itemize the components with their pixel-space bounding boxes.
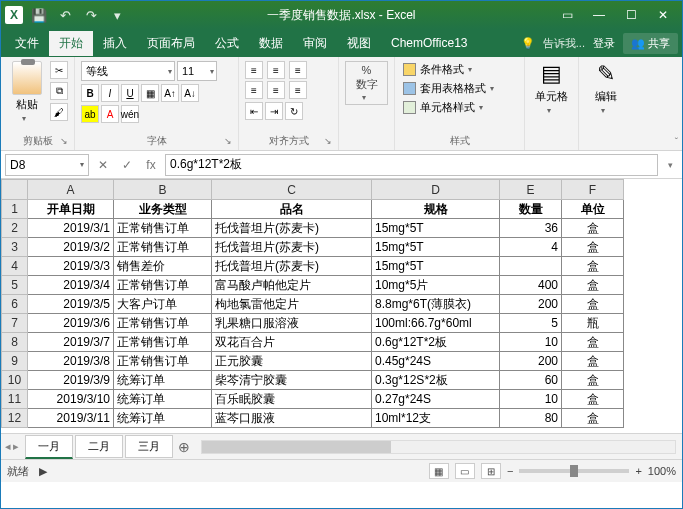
cell[interactable]: 4 bbox=[500, 238, 562, 257]
font-size-combo[interactable]: 11▾ bbox=[177, 61, 217, 81]
cell[interactable]: 2019/3/11 bbox=[28, 409, 114, 428]
tab-formulas[interactable]: 公式 bbox=[205, 31, 249, 56]
row-header-7[interactable]: 7 bbox=[2, 314, 28, 333]
cell[interactable]: 统筹订单 bbox=[114, 390, 212, 409]
bold-button[interactable]: B bbox=[81, 84, 99, 102]
cell[interactable]: 60 bbox=[500, 371, 562, 390]
tab-file[interactable]: 文件 bbox=[5, 31, 49, 56]
row-header-1[interactable]: 1 bbox=[2, 200, 28, 219]
cell[interactable]: 销售差价 bbox=[114, 257, 212, 276]
header-cell[interactable]: 品名 bbox=[212, 200, 372, 219]
cell[interactable]: 乳果糖口服溶液 bbox=[212, 314, 372, 333]
row-header-8[interactable]: 8 bbox=[2, 333, 28, 352]
login-link[interactable]: 登录 bbox=[593, 36, 615, 51]
cut-icon[interactable]: ✂ bbox=[50, 61, 68, 79]
tab-home[interactable]: 开始 bbox=[49, 31, 93, 56]
zoom-level[interactable]: 100% bbox=[648, 465, 676, 477]
align-left-icon[interactable]: ≡ bbox=[245, 81, 263, 99]
undo-icon[interactable]: ↶ bbox=[55, 5, 75, 25]
cell[interactable]: 正元胶囊 bbox=[212, 352, 372, 371]
cell[interactable]: 0.27g*24S bbox=[372, 390, 500, 409]
tab-review[interactable]: 审阅 bbox=[293, 31, 337, 56]
cell[interactable]: 盒 bbox=[562, 352, 624, 371]
cell[interactable]: 柴芩清宁胶囊 bbox=[212, 371, 372, 390]
cell[interactable]: 0.45g*24S bbox=[372, 352, 500, 371]
cell[interactable]: 盒 bbox=[562, 295, 624, 314]
italic-button[interactable]: I bbox=[101, 84, 119, 102]
clipboard-launcher-icon[interactable]: ↘ bbox=[60, 136, 68, 146]
conditional-format-button[interactable]: 条件格式 ▾ bbox=[401, 61, 502, 78]
underline-button[interactable]: U bbox=[121, 84, 139, 102]
editing-button[interactable]: ✎编辑▾ bbox=[585, 61, 627, 115]
align-bottom-icon[interactable]: ≡ bbox=[289, 61, 307, 79]
tab-data[interactable]: 数据 bbox=[249, 31, 293, 56]
cell[interactable]: 正常销售订单 bbox=[114, 219, 212, 238]
cell[interactable]: 2019/3/5 bbox=[28, 295, 114, 314]
cell[interactable]: 2019/3/7 bbox=[28, 333, 114, 352]
tab-chemoffice[interactable]: ChemOffice13 bbox=[381, 32, 477, 54]
align-middle-icon[interactable]: ≡ bbox=[267, 61, 285, 79]
cell[interactable]: 盒 bbox=[562, 333, 624, 352]
add-sheet-button[interactable]: ⊕ bbox=[173, 439, 195, 455]
row-header-6[interactable]: 6 bbox=[2, 295, 28, 314]
ribbon-options-icon[interactable]: ▭ bbox=[552, 4, 582, 26]
row-header-5[interactable]: 5 bbox=[2, 276, 28, 295]
cell[interactable]: 400 bbox=[500, 276, 562, 295]
cell[interactable]: 0.3g*12S*2板 bbox=[372, 371, 500, 390]
maximize-icon[interactable]: ☐ bbox=[616, 4, 646, 26]
cell[interactable]: 200 bbox=[500, 295, 562, 314]
cell[interactable]: 2019/3/6 bbox=[28, 314, 114, 333]
normal-view-icon[interactable]: ▦ bbox=[429, 463, 449, 479]
cell[interactable]: 托伐普坦片(苏麦卡) bbox=[212, 238, 372, 257]
cell[interactable]: 正常销售订单 bbox=[114, 314, 212, 333]
alignment-launcher-icon[interactable]: ↘ bbox=[324, 136, 332, 146]
cell[interactable]: 5 bbox=[500, 314, 562, 333]
page-break-view-icon[interactable]: ⊞ bbox=[481, 463, 501, 479]
header-cell[interactable]: 单位 bbox=[562, 200, 624, 219]
cell-styles-button[interactable]: 单元格样式 ▾ bbox=[401, 99, 502, 116]
border-button[interactable]: ▦ bbox=[141, 84, 159, 102]
table-format-button[interactable]: 套用表格格式 ▾ bbox=[401, 80, 502, 97]
col-header-A[interactable]: A bbox=[28, 180, 114, 200]
qat-overflow-icon[interactable]: ▾ bbox=[107, 5, 127, 25]
cell[interactable]: 正常销售订单 bbox=[114, 276, 212, 295]
share-button[interactable]: 👥 共享 bbox=[623, 33, 678, 54]
cell[interactable]: 2019/3/10 bbox=[28, 390, 114, 409]
cell[interactable]: 托伐普坦片(苏麦卡) bbox=[212, 257, 372, 276]
cell[interactable]: 2019/3/2 bbox=[28, 238, 114, 257]
header-cell[interactable]: 数量 bbox=[500, 200, 562, 219]
cell[interactable]: 统筹订单 bbox=[114, 409, 212, 428]
phonetic-button[interactable]: wén bbox=[121, 105, 139, 123]
font-color-button[interactable]: A bbox=[101, 105, 119, 123]
row-header-3[interactable]: 3 bbox=[2, 238, 28, 257]
copy-icon[interactable]: ⧉ bbox=[50, 82, 68, 100]
cell[interactable]: 80 bbox=[500, 409, 562, 428]
cell[interactable]: 正常销售订单 bbox=[114, 352, 212, 371]
cells-button[interactable]: ▤单元格▾ bbox=[531, 61, 572, 115]
tab-layout[interactable]: 页面布局 bbox=[137, 31, 205, 56]
font-launcher-icon[interactable]: ↘ bbox=[224, 136, 232, 146]
cell[interactable]: 2019/3/1 bbox=[28, 219, 114, 238]
cell[interactable]: 2019/3/8 bbox=[28, 352, 114, 371]
col-header-F[interactable]: F bbox=[562, 180, 624, 200]
align-center-icon[interactable]: ≡ bbox=[267, 81, 285, 99]
row-header-9[interactable]: 9 bbox=[2, 352, 28, 371]
cell[interactable]: 瓶 bbox=[562, 314, 624, 333]
formula-input[interactable]: 0.6g*12T*2板 bbox=[165, 154, 658, 176]
row-header-4[interactable]: 4 bbox=[2, 257, 28, 276]
increase-font-icon[interactable]: A↑ bbox=[161, 84, 179, 102]
orientation-icon[interactable]: ↻ bbox=[285, 102, 303, 120]
row-header-10[interactable]: 10 bbox=[2, 371, 28, 390]
cell[interactable]: 100ml:66.7g*60ml bbox=[372, 314, 500, 333]
tab-view[interactable]: 视图 bbox=[337, 31, 381, 56]
collapse-ribbon-icon[interactable]: ˇ bbox=[675, 137, 678, 148]
cell[interactable]: 正常销售订单 bbox=[114, 238, 212, 257]
close-icon[interactable]: ✕ bbox=[648, 4, 678, 26]
cell[interactable]: 双花百合片 bbox=[212, 333, 372, 352]
cell[interactable]: 2019/3/3 bbox=[28, 257, 114, 276]
cell[interactable]: 盒 bbox=[562, 390, 624, 409]
cell[interactable]: 15mg*5T bbox=[372, 238, 500, 257]
cell[interactable]: 10ml*12支 bbox=[372, 409, 500, 428]
redo-icon[interactable]: ↷ bbox=[81, 5, 101, 25]
macro-record-icon[interactable]: ▶ bbox=[39, 465, 47, 478]
